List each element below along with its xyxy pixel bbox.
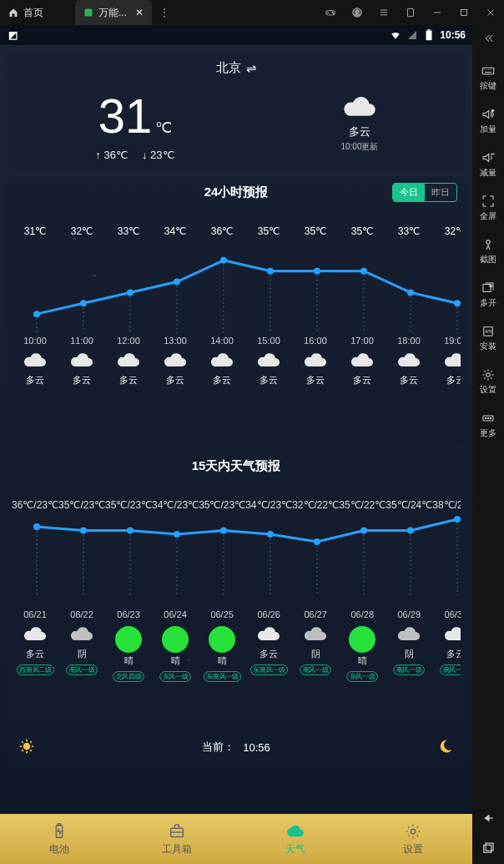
sunbar-time: 10:56: [243, 741, 270, 754]
tab-yesterday[interactable]: 昨日: [425, 184, 456, 201]
nav-toolbox[interactable]: 工具箱: [118, 814, 237, 864]
android-back-button[interactable]: [476, 806, 501, 831]
daily-hilo: 38℃/24℃: [432, 499, 461, 511]
update-time: 10:00更新: [259, 141, 461, 153]
hourly-cond: 多云: [245, 374, 292, 387]
current-weather-card: 北京 ⇌ 31 ℃ ↑ 36℃ ↓ 23℃: [7, 52, 466, 169]
profile-icon[interactable]: [347, 3, 367, 23]
svg-text:+: +: [491, 108, 495, 113]
hourly-temp: 35℃: [339, 225, 386, 237]
cloud-icon: [199, 352, 245, 372]
swap-icon: ⇌: [246, 61, 257, 76]
weather-content: 北京 ⇌ 31 ℃ ↑ 36℃ ↓ 23℃: [0, 45, 472, 814]
cloud-icon: [432, 626, 461, 646]
android-recent-button[interactable]: [476, 836, 501, 861]
maximize-icon[interactable]: [454, 3, 474, 23]
daily-date: 06/29: [386, 609, 432, 619]
keys-button[interactable]: 按键: [476, 58, 501, 97]
hourly-row[interactable]: 31℃ 10:00 多云 32℃ 11:00 多云 33℃ 12:00 多云 3…: [12, 225, 461, 387]
daily-date: 06/30: [432, 609, 461, 619]
volume-down-button[interactable]: –减量: [476, 145, 501, 184]
hourly-forecast-card: 24小时预报 今日 昨日 31℃ 10:00 多云 32℃ 11:00 多云 3…: [7, 176, 466, 443]
gamepad-icon[interactable]: [320, 3, 340, 23]
daily-cond: 晴: [339, 654, 386, 667]
daily-date: 06/21: [12, 609, 58, 619]
fullscreen-button[interactable]: 全屏: [476, 189, 501, 227]
hourly-temp: 32℃: [432, 225, 461, 237]
svg-point-11: [486, 240, 491, 245]
daily-col: 32℃/22℃ 06/27 阴 南风一级: [292, 499, 339, 683]
hourly-cond: 多云: [152, 374, 199, 387]
daily-wind: 南风一级: [300, 664, 331, 675]
close-icon[interactable]: [481, 3, 501, 23]
nav-weather[interactable]: 天气: [236, 814, 355, 864]
svg-point-16: [486, 373, 491, 377]
daily-wind: 南风一级: [394, 664, 425, 675]
more-label: 更多: [480, 427, 496, 439]
menu-icon[interactable]: [374, 3, 394, 23]
multi-instance-button[interactable]: +多开: [476, 275, 501, 314]
keys-label: 按键: [480, 80, 496, 92]
moon-icon: [437, 738, 454, 757]
cloud-icon: [339, 352, 386, 372]
more-button[interactable]: 更多: [476, 406, 501, 444]
cloud-icon: [152, 352, 199, 372]
daily-hilo: 36℃/23℃: [12, 499, 58, 511]
install-label: 安装: [480, 341, 496, 352]
daily-col: 34℃/23℃ 06/26 多云 东南风一级: [245, 499, 292, 683]
sunny-icon: [115, 626, 142, 653]
sunny-icon: [209, 626, 235, 653]
daily-cond: 多云: [245, 648, 292, 660]
android-statusbar: ◩ 10:56: [0, 25, 472, 45]
svg-text:–: –: [491, 151, 495, 156]
cloud-icon: [292, 352, 339, 372]
tab-app[interactable]: 万能... ✕: [75, 0, 152, 25]
volume-up-label: 加量: [480, 124, 496, 135]
high-temp: ↑ 36℃: [95, 149, 129, 161]
emulator-settings-button[interactable]: 设置: [476, 362, 501, 401]
city-selector[interactable]: 北京 ⇌: [12, 60, 461, 76]
cloud-icon: [105, 352, 152, 372]
hourly-col: 33℃ 12:00 多云: [105, 225, 152, 387]
screenshot-button[interactable]: 截图: [476, 232, 501, 270]
daily-hilo: 32℃/22℃: [292, 499, 339, 511]
emulator-settings-label: 设置: [480, 384, 496, 396]
hourly-col: 35℃ 16:00 多云: [292, 225, 339, 387]
nav-battery[interactable]: 电池: [0, 814, 118, 864]
svg-point-18: [485, 417, 486, 419]
install-apk-button[interactable]: APK安装: [476, 319, 501, 357]
cloud-icon: [432, 352, 461, 372]
tablet-icon[interactable]: [401, 3, 421, 23]
nav-settings[interactable]: 设置: [355, 814, 473, 864]
tab-more-icon[interactable]: ⋮: [152, 6, 177, 19]
daily-date: 06/24: [152, 609, 199, 619]
svg-rect-22: [486, 843, 493, 851]
hourly-col: 35℃ 17:00 多云: [339, 225, 386, 387]
minimize-icon[interactable]: [427, 3, 447, 23]
hourly-cond: 多云: [105, 374, 152, 387]
fullscreen-label: 全屏: [480, 210, 496, 222]
hourly-time: 14:00: [199, 336, 245, 346]
daily-wind: 西南风二级: [16, 664, 53, 675]
sun-time-bar: 当前： 10:56: [7, 732, 466, 762]
daily-row[interactable]: 36℃/23℃ 06/21 多云 西南风二级 35℃/23℃ 06/22 阴 南…: [12, 499, 461, 683]
svg-rect-8: [482, 68, 494, 74]
hourly-col: 32℃ 11:00 多云: [58, 225, 105, 387]
cloud-icon: [12, 626, 58, 646]
collapse-button[interactable]: [476, 30, 501, 53]
hourly-temp: 33℃: [386, 225, 432, 237]
window-controls: [320, 0, 501, 25]
hourly-cond: 多云: [386, 374, 432, 387]
screenshot-label: 截图: [480, 254, 496, 265]
battery-icon: [423, 29, 435, 41]
svg-text:APK: APK: [485, 330, 492, 334]
svg-rect-7: [461, 10, 467, 16]
svg-point-69: [411, 829, 416, 834]
volume-up-button[interactable]: +加量: [476, 102, 501, 140]
tab-today[interactable]: 今日: [393, 184, 425, 201]
tab-home[interactable]: 首页: [0, 0, 75, 25]
tab-close-icon[interactable]: ✕: [135, 7, 144, 18]
city-name: 北京: [216, 60, 241, 76]
daily-col: 36℃/23℃ 06/21 多云 西南风二级: [12, 499, 58, 683]
hourly-time: 10:00: [12, 336, 58, 346]
